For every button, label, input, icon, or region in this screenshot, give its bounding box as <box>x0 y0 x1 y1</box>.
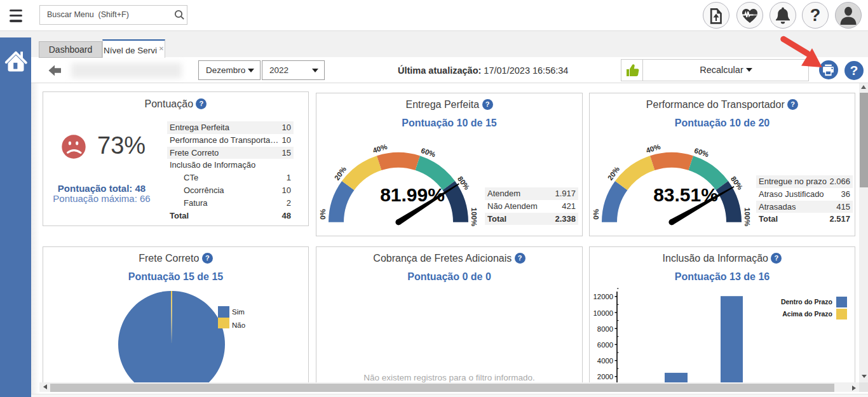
svg-text:60%: 60% <box>420 147 437 159</box>
svg-text:4000: 4000 <box>597 357 613 365</box>
svg-text:2000: 2000 <box>597 373 613 380</box>
svg-text:10000: 10000 <box>593 309 613 317</box>
svg-text:0%: 0% <box>592 209 600 220</box>
svg-text:60%: 60% <box>693 147 710 159</box>
svg-text:8000: 8000 <box>597 325 613 333</box>
svg-text:0%: 0% <box>319 209 327 220</box>
svg-text:6000: 6000 <box>597 341 613 349</box>
svg-text:100%: 100% <box>470 208 478 226</box>
svg-text:40%: 40% <box>645 143 661 155</box>
svg-text:12000: 12000 <box>593 293 613 300</box>
svg-text:40%: 40% <box>372 143 388 155</box>
svg-text:100%: 100% <box>743 208 751 226</box>
